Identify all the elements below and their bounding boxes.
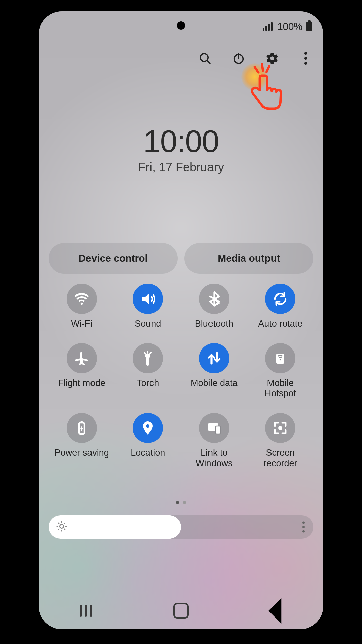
svg-line-26	[64, 529, 65, 530]
qs-label: Location	[131, 448, 165, 458]
battery-percent: 100%	[277, 21, 302, 32]
clock-date: Fri, 17 February	[39, 160, 323, 174]
svg-rect-8	[145, 354, 150, 357]
pill-label: Media output	[218, 253, 280, 264]
panel-header-actions	[197, 50, 314, 67]
camera-cutout	[177, 21, 185, 30]
page-dot-active	[176, 501, 179, 504]
svg-line-10	[144, 352, 145, 354]
data-arrows-icon	[206, 350, 222, 366]
page-dot	[183, 501, 186, 504]
qs-tile-sound[interactable]: Sound	[115, 284, 181, 329]
power-button[interactable]	[230, 50, 247, 67]
svg-point-13	[280, 359, 281, 360]
device-control-button[interactable]: Device control	[49, 243, 178, 274]
nav-recents-button[interactable]	[64, 601, 108, 621]
qs-label: Wi-Fi	[71, 319, 92, 329]
qs-label: Auto rotate	[258, 319, 302, 329]
svg-line-28	[64, 523, 65, 524]
svg-point-20	[60, 524, 63, 528]
brightness-fill	[49, 515, 181, 539]
more-button[interactable]	[297, 50, 314, 67]
qs-label: Mobile data	[191, 378, 238, 388]
wifi-icon	[74, 291, 90, 307]
settings-button[interactable]	[264, 50, 281, 67]
hotspot-icon	[272, 350, 288, 366]
qs-label: Link to Windows	[184, 448, 244, 469]
nav-back-button[interactable]	[254, 601, 298, 621]
qs-tile-mobiledata[interactable]: Mobile data	[181, 343, 247, 399]
pill-label: Device control	[78, 253, 148, 264]
recents-icon	[80, 605, 92, 617]
back-icon	[254, 589, 298, 629]
signal-icon	[263, 22, 273, 31]
nav-home-button[interactable]	[159, 601, 203, 621]
bluetooth-icon	[206, 291, 222, 307]
svg-point-16	[146, 424, 149, 428]
qs-tile-powersaving[interactable]: Power saving	[49, 413, 115, 469]
qs-tile-bluetooth[interactable]: Bluetooth	[181, 284, 247, 329]
svg-line-11	[150, 352, 151, 354]
qs-label: Mobile Hotspot	[250, 378, 310, 399]
qs-label: Torch	[137, 378, 159, 388]
link-windows-icon	[206, 420, 222, 436]
qs-tile-mobilehotspot[interactable]: Mobile Hotspot	[247, 343, 314, 399]
qs-tile-screenrecorder[interactable]: Screen recorder	[247, 413, 314, 469]
location-pin-icon	[140, 420, 156, 436]
qs-tile-wifi[interactable]: Wi-Fi	[49, 284, 115, 329]
screen-record-icon	[272, 420, 288, 436]
clock-time: 10:00	[39, 124, 323, 159]
qs-tile-linktowindows[interactable]: Link to Windows	[181, 413, 247, 469]
qs-label: Screen recorder	[250, 448, 310, 469]
navigation-bar	[39, 592, 323, 629]
page-indicator	[39, 501, 323, 504]
qs-tile-autorotate[interactable]: Auto rotate	[247, 284, 314, 329]
flashlight-icon	[140, 350, 156, 366]
gear-icon	[265, 52, 279, 65]
qs-label: Bluetooth	[195, 319, 233, 329]
device-frame: 100% 10:00 F	[39, 11, 323, 629]
brightness-sun-icon	[56, 521, 67, 533]
search-button[interactable]	[197, 50, 214, 67]
clock-area: 10:00 Fri, 17 February	[39, 124, 323, 174]
svg-point-19	[278, 426, 282, 430]
svg-line-25	[58, 523, 59, 524]
airplane-icon	[74, 350, 90, 366]
search-icon	[198, 52, 212, 65]
more-vert-icon	[304, 52, 307, 65]
svg-rect-15	[80, 421, 83, 423]
qs-tile-flightmode[interactable]: Flight mode	[49, 343, 115, 399]
rotate-icon	[272, 291, 288, 307]
svg-rect-18	[216, 426, 220, 434]
battery-icon	[306, 22, 312, 31]
home-icon	[173, 603, 189, 619]
smart-pill-row: Device control Media output	[49, 243, 313, 274]
media-output-button[interactable]: Media output	[184, 243, 313, 274]
power-icon	[232, 52, 245, 65]
qs-tile-torch[interactable]: Torch	[115, 343, 181, 399]
svg-line-27	[58, 529, 59, 530]
qs-tile-location[interactable]: Location	[115, 413, 181, 469]
quick-settings-grid: Wi-Fi Sound Bluetooth Auto rotate Flight…	[49, 284, 313, 469]
brightness-more-button[interactable]	[302, 522, 305, 533]
qs-label: Sound	[135, 319, 161, 329]
svg-point-7	[81, 303, 83, 305]
qs-label: Flight mode	[58, 378, 105, 388]
battery-saver-icon	[74, 420, 90, 436]
qs-label: Power saving	[55, 448, 109, 458]
svg-line-1	[207, 61, 210, 63]
volume-icon	[140, 291, 156, 307]
brightness-slider[interactable]	[49, 515, 313, 539]
